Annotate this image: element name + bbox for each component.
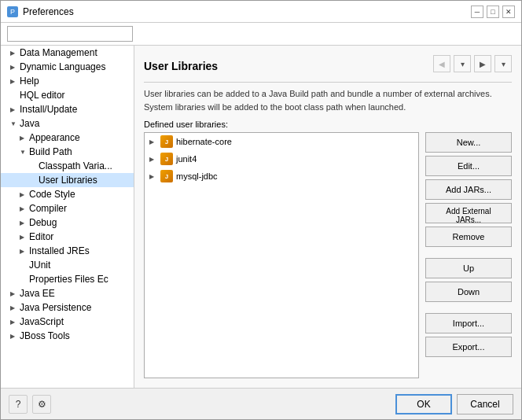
expand-arrow: ▶ [10, 290, 18, 297]
expand-arrow: ▶ [20, 205, 28, 212]
content-area: ▶ Data Management ▶ Dynamic Languages ▶ … [1, 46, 521, 388]
sidebar-item-label: Debug [29, 217, 57, 228]
expand-arrow: ▶ [10, 64, 18, 71]
sidebar-item-dynamic-languages[interactable]: ▶ Dynamic Languages [1, 60, 134, 74]
sidebar-item-label: Java EE [20, 288, 55, 299]
sidebar-item-label: Properties Files Ec [29, 274, 108, 285]
sidebar-item-debug[interactable]: ▶ Debug [1, 216, 134, 230]
cancel-button[interactable]: Cancel [457, 394, 513, 414]
expand-arrow: ▶ [20, 219, 28, 227]
sidebar-item-javascript[interactable]: ▶ JavaScript [1, 315, 134, 329]
expand-arrow: ▶ [10, 50, 18, 57]
defined-label: Defined user libraries: [144, 120, 512, 129]
sidebar-item-classpath-variables[interactable]: Classpath Varia... [1, 159, 134, 173]
library-item-mysql[interactable]: ▶ J mysql-jdbc [145, 168, 418, 185]
remove-button[interactable]: Remove [425, 227, 512, 247]
sidebar-item-hql-editor[interactable]: HQL editor [1, 88, 134, 102]
dialog-buttons: OK Cancel [395, 394, 513, 414]
title-bar-left: P Preferences [7, 6, 74, 17]
sidebar-item-label: JBoss Tools [20, 330, 70, 341]
sidebar-item-label: JavaScript [20, 316, 64, 327]
expand-arrow: ▶ [10, 333, 18, 340]
sidebar-item-junit[interactable]: JUnit [1, 258, 134, 272]
sidebar-item-label: Java [20, 118, 39, 129]
sidebar-item-label: Java Persistence [20, 302, 91, 313]
window-title: Preferences [23, 6, 74, 17]
library-icon: J [160, 153, 173, 165]
expand-arrow: ▶ [10, 319, 18, 326]
sidebar-item-label: Dynamic Languages [20, 61, 105, 72]
sidebar-item-label: JUnit [29, 260, 50, 271]
sidebar-item-properties-files[interactable]: Properties Files Ec [1, 272, 134, 286]
sidebar-item-install-update[interactable]: ▶ Install/Update [1, 102, 134, 116]
add-external-jars-button[interactable]: Add External JARs... [425, 203, 512, 223]
bottom-bar: ? ⚙ OK Cancel [1, 388, 521, 419]
sidebar-item-label: Appearance [29, 132, 80, 143]
action-buttons: New... Edit... Add JARs... Add External … [425, 132, 512, 378]
new-button[interactable]: New... [425, 132, 512, 153]
libraries-list[interactable]: ▶ J hibernate-core ▶ J junit4 ▶ J mysql-… [144, 132, 419, 378]
expand-arrow: ▼ [20, 149, 28, 156]
nav-back-button[interactable]: ◀ [433, 55, 450, 72]
sidebar-item-help[interactable]: ▶ Help [1, 74, 134, 88]
libraries-area: ▶ J hibernate-core ▶ J junit4 ▶ J mysql-… [144, 132, 512, 378]
sidebar-item-label: Data Management [20, 47, 97, 58]
library-item-junit[interactable]: ▶ J junit4 [145, 150, 418, 168]
expand-arrow: ▶ [10, 78, 18, 85]
sidebar-item-java[interactable]: ▼ Java [1, 116, 134, 131]
up-button[interactable]: Up [425, 258, 512, 278]
library-name: junit4 [176, 154, 197, 164]
sidebar-item-data-management[interactable]: ▶ Data Management [1, 46, 134, 60]
library-icon: J [160, 170, 173, 182]
expand-arrow: ▶ [20, 234, 28, 241]
settings-icon: ⚙ [38, 399, 46, 410]
sidebar-item-editor[interactable]: ▶ Editor [1, 230, 134, 244]
nav-dropdown-button[interactable]: ▾ [454, 55, 471, 72]
add-jars-button[interactable]: Add JARs... [425, 179, 512, 200]
main-panel: User Libraries ◀ ▾ ▶ ▾ User libraries ca… [134, 46, 521, 388]
expand-arrow: ▶ [20, 134, 28, 142]
sidebar-item-label: Compiler [29, 203, 67, 214]
edit-button[interactable]: Edit... [425, 156, 512, 176]
import-button[interactable]: Import... [425, 313, 512, 333]
sidebar-item-installed-jres[interactable]: ▶ Installed JREs [1, 244, 134, 258]
sidebar-item-label: Code Style [29, 189, 75, 200]
sidebar-item-user-libraries[interactable]: User Libraries [1, 173, 134, 187]
down-button[interactable]: Down [425, 282, 512, 302]
ok-button[interactable]: OK [395, 394, 452, 414]
title-bar: P Preferences ─ □ ✕ [1, 1, 521, 23]
sidebar-item-appearance[interactable]: ▶ Appearance [1, 131, 134, 145]
settings-button[interactable]: ⚙ [32, 395, 51, 414]
expand-arrow: ▶ [20, 191, 28, 198]
sidebar-item-compiler[interactable]: ▶ Compiler [1, 201, 134, 216]
panel-navigation: ◀ ▾ ▶ ▾ [433, 55, 512, 72]
sidebar-item-label: Editor [29, 231, 53, 242]
maximize-button[interactable]: □ [487, 6, 499, 18]
bottom-left-actions: ? ⚙ [9, 395, 51, 414]
search-input[interactable] [7, 26, 133, 42]
window-controls: ─ □ ✕ [471, 6, 515, 18]
minimize-button[interactable]: ─ [471, 6, 483, 18]
sidebar-item-label: HQL editor [20, 90, 65, 101]
help-button[interactable]: ? [9, 395, 28, 414]
sidebar-item-code-style[interactable]: ▶ Code Style [1, 187, 134, 201]
lib-expand-arrow: ▶ [149, 156, 157, 163]
nav-forward-button[interactable]: ▶ [474, 55, 491, 72]
sidebar-item-build-path[interactable]: ▼ Build Path [1, 145, 134, 159]
lib-expand-arrow: ▶ [149, 173, 157, 180]
search-bar [1, 23, 521, 46]
sidebar-item-jboss-tools[interactable]: ▶ JBoss Tools [1, 329, 134, 343]
lib-expand-arrow: ▶ [149, 138, 157, 146]
expand-arrow: ▶ [10, 106, 18, 113]
library-name: hibernate-core [176, 137, 232, 146]
help-icon: ? [16, 399, 21, 410]
panel-description: User libraries can be added to a Java Bu… [144, 87, 512, 113]
library-item-hibernate[interactable]: ▶ J hibernate-core [145, 133, 418, 150]
nav-forward-dropdown-button[interactable]: ▾ [494, 55, 512, 72]
sidebar-item-java-persistence[interactable]: ▶ Java Persistence [1, 300, 134, 315]
sidebar-item-label: User Libraries [39, 175, 97, 186]
sidebar-item-label: Build Path [29, 146, 72, 157]
sidebar-item-java-ee[interactable]: ▶ Java EE [1, 286, 134, 300]
export-button[interactable]: Export... [425, 337, 512, 357]
close-button[interactable]: ✕ [502, 6, 515, 18]
